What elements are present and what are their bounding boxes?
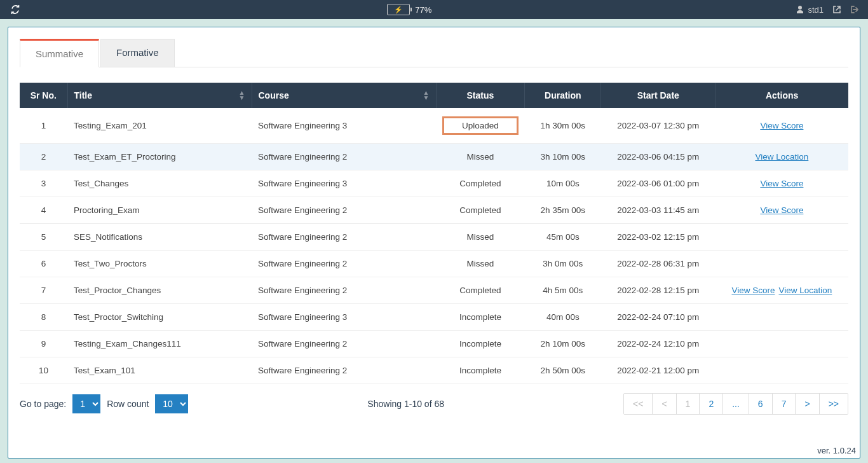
sort-icon: ▲▼ (239, 90, 245, 100)
table-row: 5SES_NotificationsSoftware Engineering 2… (20, 224, 848, 251)
exam-table: Sr No. Title▲▼ Course▲▼ Status Duration … (20, 83, 848, 384)
pager-button[interactable]: 2 (700, 394, 723, 414)
cell-title: Test_Proctor_Switching (67, 304, 252, 331)
cell-status: Incomplete (436, 304, 525, 331)
pager-button[interactable]: 6 (749, 394, 773, 414)
action-link[interactable]: View Score (731, 286, 775, 295)
pager-button[interactable]: 7 (773, 394, 796, 414)
cell-duration: 40m 00s (525, 304, 601, 331)
cell-start: 2022-03-06 01:00 pm (601, 170, 715, 197)
action-link[interactable]: View Score (760, 179, 803, 188)
cell-sr: 4 (20, 197, 67, 224)
col-duration: Duration (525, 83, 601, 108)
sort-icon: ▲▼ (423, 90, 430, 100)
cell-status: Incomplete (436, 357, 525, 384)
col-course[interactable]: Course▲▼ (252, 83, 436, 108)
table-row: 1Testing_Exam_201Software Engineering 3U… (20, 108, 848, 144)
battery-icon: ⚡ (387, 4, 410, 15)
cell-status: Missed (436, 224, 525, 251)
col-title[interactable]: Title▲▼ (67, 83, 252, 108)
cell-course: Software Engineering 2 (252, 357, 436, 384)
action-link[interactable]: View Score (760, 205, 803, 215)
table-row: 7Test_Proctor_ChangesSoftware Engineerin… (20, 277, 848, 304)
rowcount-select[interactable]: 10 (155, 394, 188, 413)
cell-start: 2022-03-03 11:45 am (601, 197, 715, 224)
cell-sr: 3 (20, 170, 67, 197)
battery-percent: 77% (415, 5, 431, 15)
cell-start: 2022-02-28 12:15 pm (601, 277, 715, 304)
cell-sr: 2 (20, 144, 67, 170)
cell-title: Test_Exam_101 (67, 357, 252, 384)
cell-duration: 1h 30m 00s (525, 108, 601, 144)
cell-course: Software Engineering 3 (252, 304, 436, 331)
col-actions: Actions (715, 83, 848, 108)
cell-sr: 8 (20, 304, 67, 331)
cell-title: Testing_Exam_Changes111 (67, 331, 252, 357)
table-row: 8Test_Proctor_SwitchingSoftware Engineer… (20, 304, 848, 331)
rowcount-label: Row count (107, 399, 149, 409)
pager-button[interactable]: >> (820, 394, 848, 414)
topbar: ⚡ 77% std1 (0, 0, 868, 19)
action-link[interactable]: View Location (755, 152, 808, 162)
cell-duration: 3h 10m 00s (525, 144, 601, 170)
cell-title: Test_Changes (67, 170, 252, 197)
cell-course: Software Engineering 2 (252, 224, 436, 251)
cell-actions: View ScoreView Location (715, 277, 848, 304)
table-row: 3Test_ChangesSoftware Engineering 3Compl… (20, 170, 848, 197)
action-link[interactable]: View Location (779, 286, 832, 295)
cell-title: Test_Two_Proctors (67, 251, 252, 277)
cell-actions: View Location (715, 144, 848, 170)
goto-page-select[interactable]: 1 (72, 394, 100, 413)
version-label: ver. 1.0.24 (817, 446, 856, 455)
pager-button[interactable]: > (796, 394, 819, 414)
pager-button[interactable]: ... (723, 394, 749, 414)
table-row: 4Proctoring_ExamSoftware Engineering 2Co… (20, 197, 848, 224)
cell-actions (715, 224, 848, 251)
refresh-icon[interactable] (8, 3, 23, 17)
pager-button: < (653, 394, 676, 414)
pager-button: << (624, 394, 653, 414)
cell-course: Software Engineering 2 (252, 197, 436, 224)
cell-sr: 10 (20, 357, 67, 384)
cell-actions (715, 357, 848, 384)
table-row: 6Test_Two_ProctorsSoftware Engineering 2… (20, 251, 848, 277)
tab-summative[interactable]: Summative (20, 39, 99, 67)
external-link-icon[interactable] (832, 5, 841, 14)
cell-duration: 10m 00s (525, 170, 601, 197)
cell-title: Proctoring_Exam (67, 197, 252, 224)
cell-course: Software Engineering 2 (252, 251, 436, 277)
table-row: 2Test_Exam_ET_ProctoringSoftware Enginee… (20, 144, 848, 170)
cell-sr: 6 (20, 251, 67, 277)
action-link[interactable]: View Score (760, 121, 803, 130)
col-status: Status (436, 83, 525, 108)
cell-actions: View Score (715, 170, 848, 197)
table-footer: Go to page: 1 Row count 10 Showing 1-10 … (20, 393, 848, 453)
goto-label: Go to page: (20, 399, 66, 409)
cell-start: 2022-03-07 12:30 pm (601, 108, 715, 144)
cell-actions (715, 304, 848, 331)
cell-status: Completed (436, 170, 525, 197)
cell-start: 2022-02-24 07:10 pm (601, 304, 715, 331)
tab-formative[interactable]: Formative (100, 39, 175, 67)
cell-status: Missed (436, 144, 525, 170)
col-start: Start Date (601, 83, 715, 108)
cell-course: Software Engineering 3 (252, 170, 436, 197)
cell-title: SES_Notifications (67, 224, 252, 251)
cell-sr: 9 (20, 331, 67, 357)
cell-status: Completed (436, 197, 525, 224)
cell-sr: 7 (20, 277, 67, 304)
cell-course: Software Engineering 2 (252, 144, 436, 170)
cell-status: Missed (436, 251, 525, 277)
cell-start: 2022-03-02 12:15 pm (601, 224, 715, 251)
cell-start: 2022-02-24 12:10 pm (601, 331, 715, 357)
cell-start: 2022-03-06 04:15 pm (601, 144, 715, 170)
status-badge: Uploaded (442, 116, 519, 135)
cell-duration: 2h 50m 00s (525, 357, 601, 384)
logout-icon[interactable] (850, 5, 860, 14)
cell-start: 2022-02-21 12:00 pm (601, 357, 715, 384)
pager-button: 1 (677, 394, 700, 414)
cell-actions: View Score (715, 197, 848, 224)
user-menu[interactable]: std1 (796, 5, 824, 15)
username: std1 (808, 5, 824, 15)
col-srno: Sr No. (20, 83, 67, 108)
